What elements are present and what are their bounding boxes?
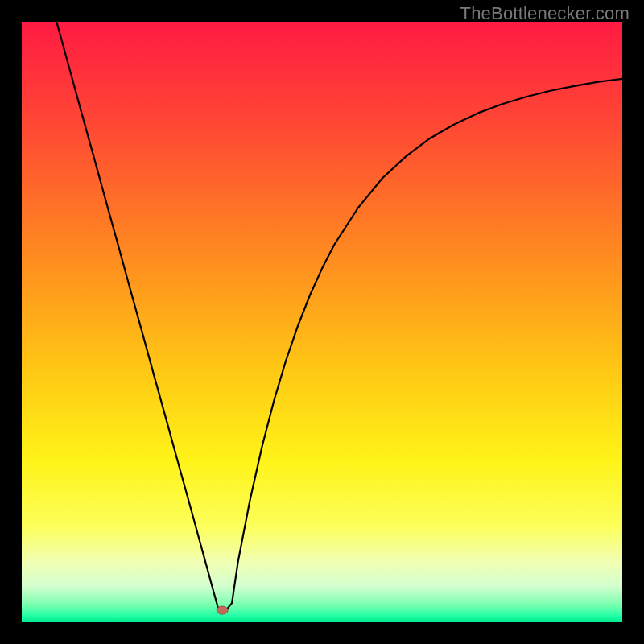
plot-svg — [22, 22, 622, 622]
watermark-text: TheBottlenecker.com — [460, 3, 630, 24]
optimal-point-marker — [217, 606, 228, 614]
chart-frame: TheBottlenecker.com — [0, 0, 644, 644]
plot-area — [22, 22, 622, 622]
gradient-background — [22, 22, 622, 622]
